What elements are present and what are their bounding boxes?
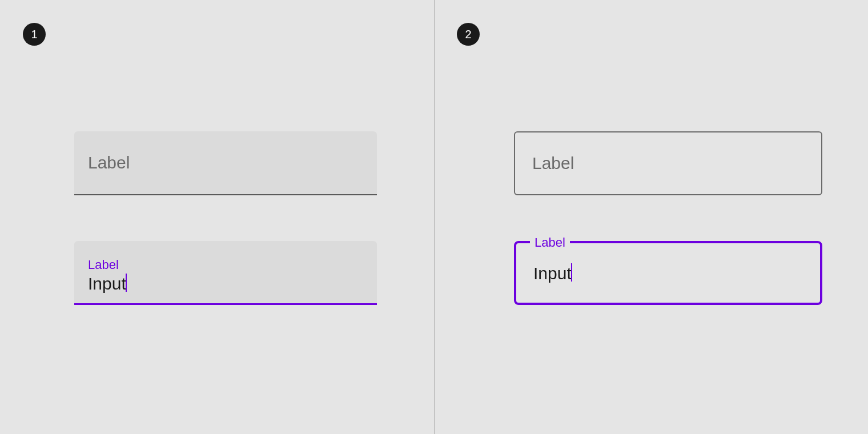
input-text-value: Input — [533, 264, 572, 283]
badge-number: 2 — [465, 28, 471, 41]
field-input-value: Input — [88, 274, 363, 294]
field-input-value: Input — [533, 263, 572, 283]
filled-text-field-inactive[interactable]: Label — [74, 131, 377, 195]
badge-number: 1 — [31, 28, 37, 41]
outlined-text-field-inactive[interactable]: Label — [514, 131, 822, 195]
panel-badge-2: 2 — [457, 23, 480, 46]
panel-filled-text-fields: 1 Label Label Input — [0, 0, 434, 434]
field-label: Label — [532, 154, 574, 173]
panel-badge-1: 1 — [23, 23, 46, 46]
outlined-text-field-active[interactable]: Label Input — [514, 241, 822, 305]
field-label-floating: Label — [530, 235, 570, 250]
field-label-floating: Label — [88, 258, 363, 272]
filled-fields-container: Label Label Input — [74, 131, 377, 305]
text-caret-icon — [126, 274, 127, 292]
panel-outlined-text-fields: 2 Label Label Input — [434, 0, 868, 434]
field-label: Label — [88, 153, 130, 172]
filled-text-field-active[interactable]: Label Input — [74, 241, 377, 305]
outlined-fields-container: Label Label Input — [514, 131, 822, 305]
text-caret-icon — [571, 263, 572, 282]
input-text-value: Input — [88, 274, 126, 293]
